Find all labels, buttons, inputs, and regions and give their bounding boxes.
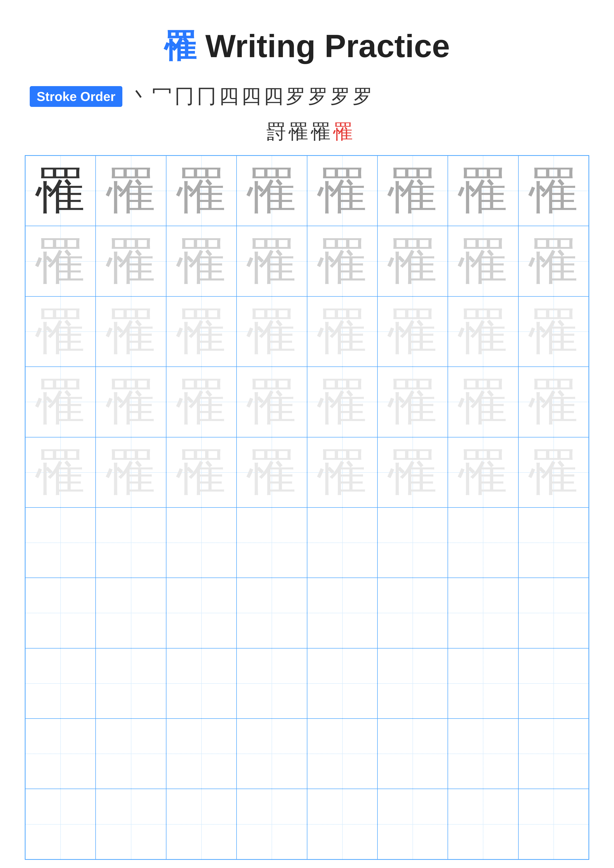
grid-cell[interactable] <box>166 719 236 789</box>
stroke-4: 冂 <box>197 83 216 110</box>
grid-cell[interactable]: 罹 <box>25 367 96 437</box>
grid-cell[interactable] <box>307 789 378 859</box>
grid-cell[interactable]: 罹 <box>518 226 589 296</box>
grid-cell[interactable] <box>448 789 518 859</box>
grid-cell[interactable]: 罹 <box>96 156 166 226</box>
title-char: 罹 <box>164 28 196 64</box>
grid-cell[interactable]: 罹 <box>448 156 518 226</box>
stroke-3: 冂 <box>174 83 194 110</box>
grid-cell[interactable] <box>25 578 96 648</box>
grid-cell[interactable] <box>307 507 378 578</box>
grid-cell[interactable] <box>236 507 307 578</box>
grid-cell[interactable] <box>378 719 448 789</box>
grid-row-1: 罹 罹 罹 罹 罹 罹 罹 罹 <box>25 156 589 226</box>
stroke-13: 罹 <box>289 119 308 145</box>
grid-cell[interactable] <box>518 719 589 789</box>
grid-cell[interactable]: 罹 <box>25 226 96 296</box>
grid-cell[interactable]: 罹 <box>96 367 166 437</box>
grid-cell[interactable]: 罹 <box>307 367 378 437</box>
grid-cell[interactable]: 罹 <box>166 226 236 296</box>
grid-cell[interactable]: 罹 <box>25 156 96 226</box>
stroke-6: 四 <box>241 83 261 110</box>
grid-cell[interactable]: 罹 <box>518 156 589 226</box>
grid-cell[interactable] <box>96 789 166 859</box>
grid-row-2: 罹 罹 罹 罹 罹 罹 罹 罹 <box>25 226 589 296</box>
grid-cell[interactable]: 罹 <box>518 367 589 437</box>
grid-cell[interactable] <box>96 648 166 719</box>
grid-cell[interactable]: 罹 <box>448 367 518 437</box>
grid-cell[interactable] <box>96 507 166 578</box>
grid-cell[interactable] <box>166 648 236 719</box>
grid-cell[interactable]: 罹 <box>378 437 448 507</box>
grid-row-4: 罹 罹 罹 罹 罹 罹 罹 罹 <box>25 367 589 437</box>
grid-cell[interactable] <box>25 648 96 719</box>
grid-cell[interactable]: 罹 <box>378 367 448 437</box>
grid-cell[interactable]: 罹 <box>518 296 589 367</box>
grid-cell[interactable] <box>448 507 518 578</box>
grid-cell[interactable]: 罹 <box>166 367 236 437</box>
grid-cell[interactable] <box>307 578 378 648</box>
grid-cell[interactable]: 罹 <box>307 296 378 367</box>
grid-cell[interactable]: 罹 <box>96 226 166 296</box>
stroke-2: 冖 <box>152 83 172 110</box>
grid-cell[interactable] <box>236 648 307 719</box>
stroke-8: 罗 <box>286 83 306 110</box>
grid-cell[interactable]: 罹 <box>448 296 518 367</box>
grid-cell[interactable] <box>25 789 96 859</box>
grid-cell[interactable] <box>96 719 166 789</box>
grid-cell[interactable]: 罹 <box>236 156 307 226</box>
grid-row-5: 罹 罹 罹 罹 罹 罹 罹 罹 <box>25 437 589 507</box>
grid-cell[interactable]: 罹 <box>236 367 307 437</box>
grid-cell[interactable] <box>378 578 448 648</box>
grid-cell[interactable] <box>236 789 307 859</box>
grid-cell[interactable]: 罹 <box>166 296 236 367</box>
stroke-15: 罹 <box>333 119 353 145</box>
grid-cell[interactable]: 罹 <box>448 437 518 507</box>
grid-cell[interactable]: 罹 <box>236 437 307 507</box>
grid-cell[interactable] <box>25 507 96 578</box>
grid-cell[interactable] <box>448 578 518 648</box>
grid-cell[interactable]: 罹 <box>307 156 378 226</box>
grid-cell[interactable] <box>166 507 236 578</box>
grid-cell[interactable]: 罹 <box>378 226 448 296</box>
stroke-9: 罗 <box>308 83 328 110</box>
grid-cell[interactable]: 罹 <box>25 437 96 507</box>
grid-cell[interactable] <box>236 719 307 789</box>
grid-cell[interactable]: 罹 <box>307 226 378 296</box>
grid-cell[interactable]: 罹 <box>236 296 307 367</box>
grid-cell[interactable] <box>25 719 96 789</box>
stroke-1: 丶 <box>130 83 149 110</box>
grid-cell[interactable] <box>307 648 378 719</box>
grid-row-9 <box>25 719 589 789</box>
grid-cell[interactable] <box>518 507 589 578</box>
grid-cell[interactable]: 罹 <box>96 437 166 507</box>
grid-cell[interactable]: 罹 <box>236 226 307 296</box>
grid-row-3: 罹 罹 罹 罹 罹 罹 罹 罹 <box>25 296 589 367</box>
grid-cell[interactable] <box>307 719 378 789</box>
grid-cell[interactable] <box>166 789 236 859</box>
grid-cell[interactable] <box>378 789 448 859</box>
stroke-order-badge: Stroke Order <box>30 86 122 107</box>
grid-cell[interactable] <box>518 789 589 859</box>
grid-cell[interactable] <box>518 578 589 648</box>
grid-cell[interactable] <box>448 719 518 789</box>
grid-cell[interactable] <box>378 648 448 719</box>
grid-cell[interactable] <box>448 648 518 719</box>
page-title: 罹 Writing Practice <box>164 25 450 68</box>
grid-cell[interactable]: 罹 <box>378 296 448 367</box>
grid-cell[interactable] <box>518 648 589 719</box>
grid-cell[interactable]: 罹 <box>518 437 589 507</box>
grid-cell[interactable]: 罹 <box>25 296 96 367</box>
stroke-5: 四 <box>219 83 239 110</box>
grid-cell[interactable]: 罹 <box>307 437 378 507</box>
grid-cell[interactable] <box>236 578 307 648</box>
grid-cell[interactable] <box>96 578 166 648</box>
grid-cell[interactable]: 罹 <box>96 296 166 367</box>
grid-cell[interactable] <box>378 507 448 578</box>
grid-row-6 <box>25 507 589 578</box>
grid-cell[interactable]: 罹 <box>378 156 448 226</box>
grid-cell[interactable]: 罹 <box>448 226 518 296</box>
grid-cell[interactable]: 罹 <box>166 156 236 226</box>
grid-cell[interactable] <box>166 578 236 648</box>
grid-cell[interactable]: 罹 <box>166 437 236 507</box>
